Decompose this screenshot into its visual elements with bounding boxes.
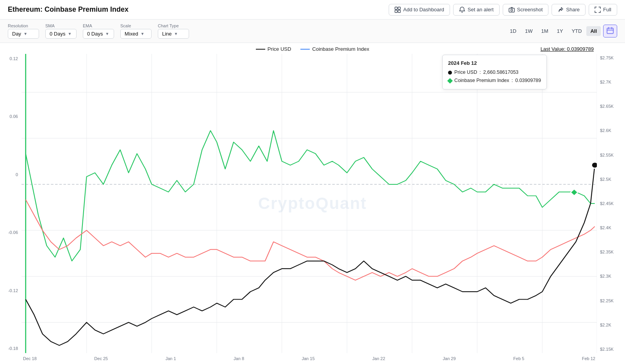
- time-btn-1d[interactable]: 1D: [506, 26, 520, 36]
- tooltip-price-dot: [448, 71, 452, 75]
- tooltip-index-label: Coinbase Premium Index: [454, 77, 509, 85]
- resolution-select[interactable]: Day ▼: [8, 29, 39, 39]
- x-jan29: Jan 29: [443, 356, 456, 361]
- y-right-1: $2.7K: [598, 80, 625, 84]
- svg-rect-24: [571, 189, 578, 196]
- y-right-7: $2.4K: [598, 225, 625, 230]
- resolution-value: Day: [12, 31, 21, 37]
- svg-rect-3: [398, 10, 400, 12]
- y-right-5: $2.5K: [598, 177, 625, 182]
- fullscreen-icon: [595, 7, 601, 13]
- share-button[interactable]: Share: [552, 4, 586, 16]
- y-left-1: 0.06: [0, 114, 20, 119]
- header: Ethereum: Coinbase Premium Index Add to …: [0, 0, 625, 20]
- legend-index-label: Coinbase Premium Index: [312, 46, 369, 52]
- legend-price: Price USD: [256, 46, 291, 52]
- toolbar: Resolution Day ▼ SMA 0 Days ▼ EMA 0 Days…: [0, 20, 625, 43]
- chart-type-value: Line: [162, 31, 172, 37]
- header-actions: Add to Dashboard Set an alert Screenshot…: [389, 4, 617, 16]
- ema-label: EMA: [83, 23, 114, 28]
- svg-rect-2: [395, 10, 397, 12]
- y-left-0: 0.12: [0, 56, 20, 61]
- time-btn-1w[interactable]: 1W: [521, 26, 537, 36]
- resolution-label: Resolution: [8, 23, 39, 28]
- time-btn-1y[interactable]: 1Y: [553, 26, 567, 36]
- tooltip-date: 2024 Feb 12: [448, 59, 541, 68]
- chart-svg: [21, 54, 597, 353]
- ema-value: 0 Days: [87, 31, 103, 37]
- sma-select[interactable]: 0 Days ▼: [45, 29, 77, 39]
- legend-price-label: Price USD: [268, 46, 291, 52]
- sma-label: SMA: [45, 23, 77, 28]
- scale-value: Mixed: [125, 31, 138, 37]
- chart-type-select[interactable]: Line ▼: [158, 29, 189, 39]
- y-right-12: $2.15K: [598, 347, 625, 352]
- y-right-11: $2.2K: [598, 323, 625, 327]
- full-label: Full: [603, 7, 611, 12]
- share-label: Share: [566, 7, 580, 12]
- chart-type-arrow: ▼: [174, 32, 178, 36]
- x-feb12: Feb 12: [582, 356, 595, 361]
- camera-icon: [509, 7, 515, 13]
- dashboard-icon: [395, 7, 401, 13]
- ema-select[interactable]: 0 Days ▼: [83, 29, 114, 39]
- y-right-10: $2.25K: [598, 298, 625, 303]
- y-right-8: $2.35K: [598, 250, 625, 254]
- page-title: Ethereum: Coinbase Premium Index: [8, 5, 129, 14]
- svg-rect-0: [395, 7, 397, 9]
- tooltip-index-value: 0.03909789: [515, 77, 541, 85]
- x-jan15: Jan 15: [302, 356, 315, 361]
- calendar-button[interactable]: [603, 25, 617, 37]
- chart-container[interactable]: Price USD Coinbase Premium Index Last Va…: [0, 43, 625, 364]
- x-feb5: Feb 5: [513, 356, 524, 361]
- chart-type-group: Chart Type Line ▼: [158, 23, 189, 39]
- y-right-0: $2.75K: [598, 55, 625, 60]
- scale-group: Scale Mixed ▼: [120, 23, 152, 39]
- legend-index: Coinbase Premium Index: [300, 46, 369, 52]
- y-right-3: $2.6K: [598, 128, 625, 133]
- x-jan1: Jan 1: [166, 356, 176, 361]
- scale-arrow: ▼: [141, 32, 145, 36]
- resolution-group: Resolution Day ▼: [8, 23, 39, 39]
- resolution-arrow: ▼: [23, 32, 27, 36]
- y-right-6: $2.45K: [598, 201, 625, 206]
- calendar-icon: [607, 27, 614, 34]
- add-dashboard-label: Add to Dashboard: [403, 7, 444, 12]
- x-jan22: Jan 22: [372, 356, 385, 361]
- ema-arrow: ▼: [105, 32, 109, 36]
- y-right-2: $2.65K: [598, 104, 625, 109]
- tooltip-index-dot: [447, 78, 453, 84]
- legend-price-line: [256, 49, 265, 50]
- add-dashboard-button[interactable]: Add to Dashboard: [389, 4, 450, 16]
- y-left-5: -0.18: [0, 346, 20, 351]
- set-alert-button[interactable]: Set an alert: [453, 4, 500, 16]
- last-value[interactable]: Last Value: 0.03909789: [541, 46, 594, 52]
- y-axis-right: $2.75K $2.7K $2.65K $2.6K $2.55K $2.5K $…: [598, 54, 625, 353]
- time-btn-all[interactable]: All: [586, 26, 601, 36]
- tooltip-price-row: Price USD: 2,660.58617053: [448, 68, 541, 77]
- x-dec25: Dec 25: [94, 356, 108, 361]
- screenshot-label: Screenshot: [517, 7, 543, 12]
- tooltip-price-label: Price USD: [454, 68, 477, 77]
- scale-select[interactable]: Mixed ▼: [120, 29, 152, 39]
- ema-group: EMA 0 Days ▼: [83, 23, 114, 39]
- time-controls: 1D 1W 1M 1Y YTD All: [506, 25, 617, 37]
- time-btn-1m[interactable]: 1M: [537, 26, 552, 36]
- y-left-2: 0: [0, 172, 20, 177]
- share-icon: [557, 7, 564, 13]
- time-btn-ytd[interactable]: YTD: [568, 26, 586, 36]
- y-left-3: -0.06: [0, 230, 20, 235]
- time-buttons: 1D 1W 1M 1Y YTD All: [506, 26, 601, 36]
- chart-area: Price USD Coinbase Premium Index Last Va…: [0, 43, 625, 364]
- y-left-4: -0.12: [0, 288, 20, 293]
- legend-index-line: [300, 49, 310, 50]
- full-button[interactable]: Full: [589, 4, 617, 16]
- y-axis-left: 0.12 0.06 0 -0.06 -0.12 -0.18: [0, 54, 20, 353]
- chart-legend: Price USD Coinbase Premium Index: [0, 43, 625, 54]
- x-axis: Dec 18 Dec 25 Jan 1 Jan 8 Jan 15 Jan 22 …: [21, 353, 597, 364]
- chart-type-label: Chart Type: [158, 23, 189, 28]
- svg-rect-1: [398, 7, 400, 9]
- tooltip-index-row: Coinbase Premium Index: 0.03909789: [448, 77, 541, 85]
- screenshot-button[interactable]: Screenshot: [503, 4, 549, 16]
- sma-arrow: ▼: [68, 32, 71, 36]
